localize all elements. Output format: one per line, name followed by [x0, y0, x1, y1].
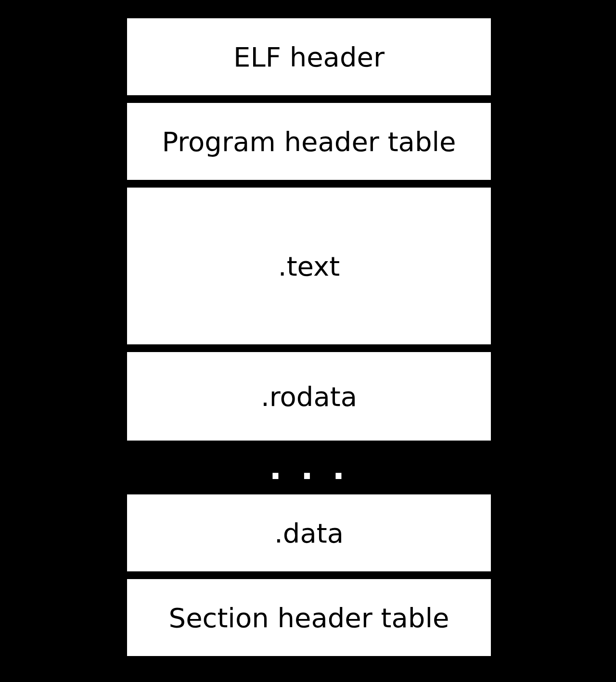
block-label: .data — [274, 518, 344, 549]
block-elf-header: ELF header — [124, 15, 494, 98]
block-text-section: .text — [124, 185, 494, 347]
block-label: .rodata — [261, 381, 357, 412]
block-label: .text — [278, 251, 340, 282]
elf-layout-diagram: ELF header Program header table .text .r… — [124, 15, 494, 661]
block-label: Section header table — [169, 602, 449, 633]
block-label: Program header table — [162, 126, 456, 157]
block-program-header-table: Program header table — [124, 100, 494, 183]
block-section-header-table: Section header table — [124, 576, 494, 659]
block-data-section: .data — [124, 492, 494, 574]
block-rodata-section: .rodata — [124, 349, 494, 443]
ellipsis-gap: . . . — [124, 445, 494, 490]
block-label: ELF header — [233, 41, 385, 73]
gap-label: . . . — [270, 449, 349, 487]
